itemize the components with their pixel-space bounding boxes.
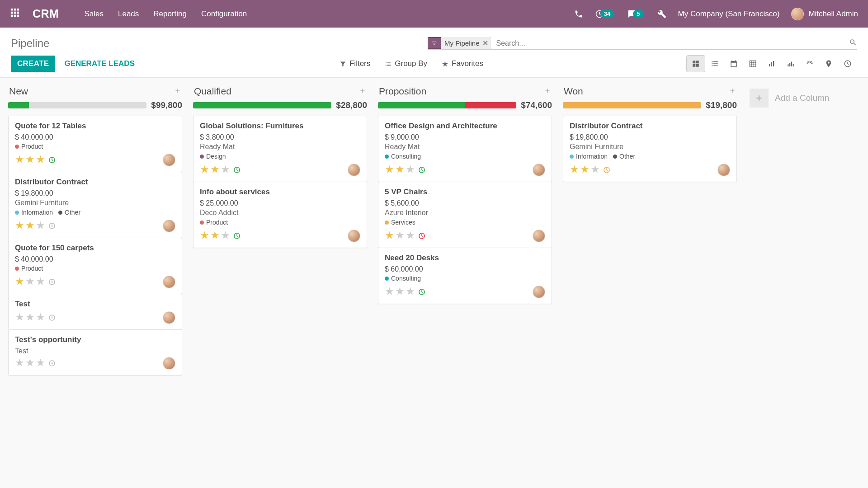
quick-create-icon[interactable] bbox=[359, 87, 366, 96]
progress-segment[interactable] bbox=[193, 102, 331, 108]
priority-star-icon[interactable] bbox=[15, 277, 24, 287]
app-brand[interactable]: CRM bbox=[33, 7, 59, 20]
priority-star-icon[interactable] bbox=[395, 164, 405, 175]
filters-dropdown[interactable]: Filters bbox=[340, 59, 370, 68]
priority-star-icon[interactable] bbox=[25, 277, 35, 287]
priority-star-icon[interactable] bbox=[25, 155, 35, 165]
tag[interactable]: Other bbox=[58, 209, 80, 216]
priority-star-icon[interactable] bbox=[36, 155, 45, 165]
priority-star-icon[interactable] bbox=[15, 312, 24, 323]
view-graph-icon[interactable] bbox=[762, 55, 781, 72]
priority-star-icon[interactable] bbox=[580, 164, 590, 175]
salesperson-avatar-icon[interactable] bbox=[163, 276, 175, 288]
priority-star-icon[interactable] bbox=[210, 230, 220, 241]
phone-icon[interactable] bbox=[574, 9, 583, 19]
priority-star-icon[interactable] bbox=[15, 358, 24, 369]
view-dashboard-icon[interactable] bbox=[800, 55, 819, 72]
messages-icon[interactable]: 5 bbox=[627, 9, 645, 19]
priority-star-icon[interactable] bbox=[15, 155, 24, 165]
tag[interactable]: Services bbox=[385, 219, 415, 226]
tag[interactable]: Other bbox=[613, 153, 635, 160]
tag[interactable]: Information bbox=[15, 209, 53, 216]
priority-star-icon[interactable] bbox=[36, 277, 45, 287]
priority-star-icon[interactable] bbox=[406, 286, 415, 297]
column-title[interactable]: New bbox=[9, 86, 28, 97]
progress-segment[interactable] bbox=[378, 102, 465, 108]
quick-create-icon[interactable] bbox=[544, 87, 551, 96]
priority-star-icon[interactable] bbox=[200, 164, 209, 175]
activity-clock-icon[interactable] bbox=[48, 314, 56, 322]
activity-clock-icon[interactable] bbox=[48, 156, 56, 164]
priority-star-icon[interactable] bbox=[25, 358, 35, 369]
view-list-icon[interactable] bbox=[705, 55, 724, 72]
create-button[interactable]: CREATE bbox=[11, 56, 55, 72]
salesperson-avatar-icon[interactable] bbox=[717, 164, 730, 176]
activity-clock-icon[interactable] bbox=[418, 166, 426, 174]
activity-clock-icon[interactable] bbox=[48, 278, 56, 286]
priority-star-icon[interactable] bbox=[25, 312, 35, 323]
nav-reporting[interactable]: Reporting bbox=[153, 9, 187, 19]
search-bar[interactable]: My Pipeline ✕ bbox=[428, 37, 857, 50]
quick-create-icon[interactable] bbox=[174, 87, 181, 96]
salesperson-avatar-icon[interactable] bbox=[348, 164, 360, 176]
activity-clock-icon[interactable] bbox=[48, 359, 56, 367]
view-map-icon[interactable] bbox=[819, 55, 838, 72]
tag[interactable]: Product bbox=[200, 219, 228, 226]
progress-segment[interactable] bbox=[563, 102, 701, 108]
priority-star-icon[interactable] bbox=[385, 230, 394, 241]
salesperson-avatar-icon[interactable] bbox=[163, 154, 175, 166]
view-calendar-icon[interactable] bbox=[724, 55, 743, 72]
priority-star-icon[interactable] bbox=[406, 230, 415, 241]
user-menu[interactable]: Mitchell Admin bbox=[791, 8, 858, 20]
kanban-card[interactable]: 5 VP Chairs $ 5,600.00 Azure Interior Se… bbox=[378, 182, 552, 248]
kanban-card[interactable]: Need 20 Desks $ 60,000.00 Consulting bbox=[378, 248, 552, 304]
priority-star-icon[interactable] bbox=[590, 164, 600, 175]
tag[interactable]: Product bbox=[15, 143, 43, 150]
priority-star-icon[interactable] bbox=[406, 164, 415, 175]
priority-star-icon[interactable] bbox=[36, 221, 45, 231]
priority-star-icon[interactable] bbox=[395, 230, 405, 241]
priority-star-icon[interactable] bbox=[385, 164, 394, 175]
priority-star-icon[interactable] bbox=[395, 286, 405, 297]
salesperson-avatar-icon[interactable] bbox=[163, 311, 175, 324]
view-pivot-icon[interactable] bbox=[743, 55, 762, 72]
progress-segment[interactable] bbox=[465, 102, 516, 108]
kanban-card[interactable]: Test's opportunity Test bbox=[8, 329, 182, 375]
activity-clock-icon[interactable] bbox=[48, 222, 56, 230]
kanban-card[interactable]: Distributor Contract $ 19,800.00 Gemini … bbox=[563, 116, 737, 182]
view-kanban-icon[interactable] bbox=[686, 55, 705, 72]
kanban-card[interactable]: Info about services $ 25,000.00 Deco Add… bbox=[193, 182, 367, 248]
priority-star-icon[interactable] bbox=[36, 312, 45, 323]
priority-star-icon[interactable] bbox=[36, 358, 45, 369]
priority-star-icon[interactable] bbox=[200, 230, 209, 241]
nav-sales[interactable]: Sales bbox=[84, 9, 104, 19]
tag[interactable]: Product bbox=[15, 265, 43, 272]
salesperson-avatar-icon[interactable] bbox=[163, 220, 175, 232]
column-title[interactable]: Won bbox=[564, 86, 583, 97]
column-title[interactable]: Qualified bbox=[194, 86, 231, 97]
progress-segment[interactable] bbox=[8, 102, 29, 108]
activities-icon[interactable]: 34 bbox=[595, 9, 616, 19]
search-icon[interactable] bbox=[849, 38, 857, 48]
priority-star-icon[interactable] bbox=[221, 230, 230, 241]
column-title[interactable]: Proposition bbox=[379, 86, 426, 97]
nav-configuration[interactable]: Configuration bbox=[201, 9, 247, 19]
nav-leads[interactable]: Leads bbox=[118, 9, 139, 19]
salesperson-avatar-icon[interactable] bbox=[533, 286, 545, 298]
kanban-card[interactable]: Office Design and Architecture $ 9,000.0… bbox=[378, 116, 552, 182]
activity-clock-icon[interactable] bbox=[233, 232, 241, 240]
kanban-card[interactable]: Quote for 12 Tables $ 40,000.00 Product bbox=[8, 116, 182, 172]
priority-star-icon[interactable] bbox=[25, 221, 35, 231]
activity-clock-icon[interactable] bbox=[418, 232, 426, 240]
groupby-dropdown[interactable]: Group By bbox=[385, 59, 427, 68]
priority-star-icon[interactable] bbox=[570, 164, 579, 175]
view-cohort-icon[interactable] bbox=[781, 55, 800, 72]
salesperson-avatar-icon[interactable] bbox=[533, 164, 545, 176]
tag[interactable]: Consulting bbox=[385, 153, 421, 160]
activity-clock-icon[interactable] bbox=[233, 166, 241, 174]
apps-icon[interactable] bbox=[10, 8, 20, 20]
salesperson-avatar-icon[interactable] bbox=[533, 230, 545, 242]
tag[interactable]: Information bbox=[570, 153, 608, 160]
view-activity-icon[interactable] bbox=[838, 55, 857, 72]
kanban-card[interactable]: Distributor Contract $ 19,800.00 Gemini … bbox=[8, 172, 182, 238]
